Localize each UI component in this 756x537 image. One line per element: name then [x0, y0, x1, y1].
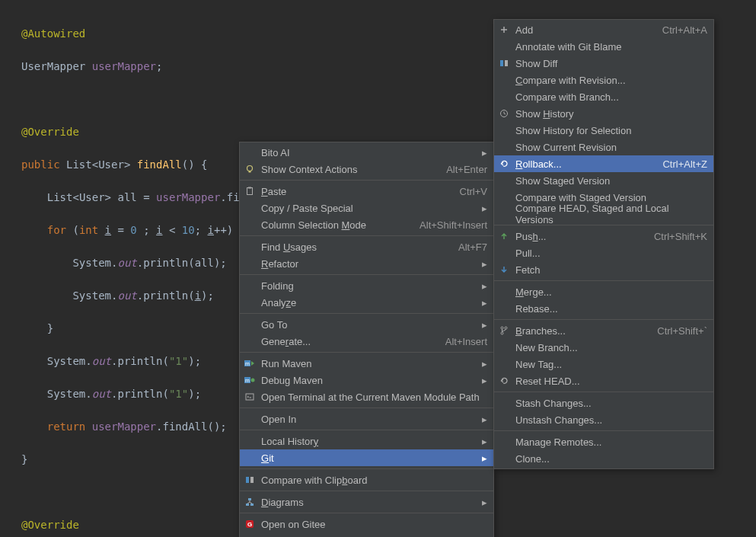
reset-icon: [497, 375, 511, 387]
refactor-item[interactable]: Refactor▸: [240, 255, 493, 272]
folding-item[interactable]: Folding▸: [240, 277, 493, 294]
rebase-item[interactable]: Rebase...: [494, 300, 713, 317]
compare-head-item[interactable]: Compare HEAD, Staged and Local Versions: [494, 206, 713, 222]
compare-branch-item[interactable]: Compare with Branch...: [494, 88, 713, 105]
context-actions-item[interactable]: Show Context ActionsAlt+Enter: [240, 161, 493, 177]
svg-rect-11: [250, 477, 254, 483]
clone-item[interactable]: Clone...: [494, 450, 713, 467]
svg-point-8: [251, 379, 255, 382]
chevron-right-icon: ▸: [482, 358, 487, 369]
context-menu: Bito AI▸ Show Context ActionsAlt+Enter P…: [239, 142, 494, 537]
show-current-revision-item[interactable]: Show Current Revision: [494, 139, 713, 155]
copy-paste-special-item[interactable]: Copy / Paste Special▸: [240, 200, 493, 216]
manage-remotes-item[interactable]: Manage Remotes...: [494, 433, 713, 450]
analyze-item[interactable]: Analyze▸: [240, 294, 493, 311]
show-history-item[interactable]: Show History: [494, 105, 713, 122]
svg-rect-13: [246, 503, 249, 506]
svg-point-24: [505, 327, 507, 329]
local-history-item[interactable]: Local History▸: [240, 433, 493, 449]
clock-icon: [497, 107, 511, 120]
create-gist-gitee-item[interactable]: GCreate Gist...: [240, 532, 493, 537]
paste-item[interactable]: PasteCtrl+V: [240, 183, 493, 200]
column-selection-item[interactable]: Column Selection ModeAlt+Shift+Insert: [240, 216, 493, 233]
push-item[interactable]: Push...Ctrl+Shift+K: [494, 228, 713, 245]
branch-icon: [497, 324, 511, 337]
chevron-right-icon: ▸: [482, 258, 487, 270]
svg-rect-2: [247, 188, 253, 195]
svg-rect-20: [500, 60, 503, 66]
merge-item[interactable]: Merge...: [494, 283, 713, 300]
git-item[interactable]: Git▸: [240, 449, 493, 466]
bulb-icon: [243, 163, 257, 175]
chevron-right-icon: ▸: [482, 147, 487, 158]
terminal-icon: [243, 391, 257, 403]
fetch-item[interactable]: Fetch: [494, 261, 713, 278]
reset-head-item[interactable]: Reset HEAD...: [494, 372, 713, 389]
svg-point-25: [501, 332, 503, 334]
new-tag-item[interactable]: New Tag...: [494, 356, 713, 372]
compare-clipboard-item[interactable]: Compare with Clipboard: [240, 471, 493, 488]
chevron-right-icon: ▸: [482, 319, 487, 331]
rollback-icon: [497, 158, 511, 170]
annotation: @Autowired: [21, 27, 85, 40]
svg-text:G: G: [247, 521, 252, 528]
open-in-item[interactable]: Open In▸: [240, 411, 493, 427]
plus-icon: [497, 24, 511, 36]
open-terminal-item[interactable]: Open Terminal at the Current Maven Modul…: [240, 388, 493, 405]
svg-rect-12: [248, 498, 251, 500]
open-gitee-item[interactable]: GOpen on Gitee: [240, 516, 493, 532]
annotate-item[interactable]: Annotate with Git Blame: [494, 38, 713, 55]
diagrams-item[interactable]: Diagrams▸: [240, 494, 493, 510]
svg-rect-9: [246, 394, 254, 400]
show-staged-item[interactable]: Show Staged Version: [494, 172, 713, 189]
chevron-right-icon: ▸: [482, 436, 487, 447]
bito-ai-item[interactable]: Bito AI▸: [240, 144, 493, 161]
chevron-right-icon: ▸: [482, 280, 487, 292]
chevron-right-icon: ▸: [482, 452, 487, 464]
show-history-selection-item[interactable]: Show History for Selection: [494, 122, 713, 139]
chevron-right-icon: ▸: [482, 203, 487, 214]
gitee-icon: G: [243, 518, 257, 530]
debug-maven-item[interactable]: mDebug Maven▸: [240, 372, 493, 388]
maven-run-icon: m: [243, 357, 257, 369]
git-submenu: AddCtrl+Alt+A Annotate with Git Blame Sh…: [493, 19, 714, 469]
svg-rect-3: [248, 187, 251, 189]
chevron-right-icon: ▸: [482, 497, 487, 508]
svg-text:m: m: [245, 378, 250, 383]
chevron-right-icon: ▸: [482, 414, 487, 425]
svg-text:m: m: [245, 361, 250, 366]
generate-item[interactable]: Generate...Alt+Insert: [240, 333, 493, 350]
new-branch-item[interactable]: New Branch...: [494, 339, 713, 356]
diagram-icon: [243, 496, 257, 508]
chevron-right-icon: ▸: [482, 297, 487, 308]
unstash-item[interactable]: Unstash Changes...: [494, 411, 713, 428]
svg-point-0: [247, 166, 253, 171]
chevron-right-icon: ▸: [482, 375, 487, 386]
svg-point-23: [501, 327, 503, 329]
pull-item[interactable]: Pull...: [494, 245, 713, 261]
svg-rect-14: [250, 503, 254, 506]
stash-item[interactable]: Stash Changes...: [494, 395, 713, 411]
add-item[interactable]: AddCtrl+Alt+A: [494, 21, 713, 38]
push-icon: [497, 230, 511, 242]
goto-item[interactable]: Go To▸: [240, 316, 493, 333]
diff-icon: [497, 57, 511, 69]
svg-rect-21: [505, 60, 508, 66]
find-usages-item[interactable]: Find UsagesAlt+F7: [240, 238, 493, 255]
diff-icon: [243, 474, 257, 486]
svg-rect-1: [249, 171, 251, 173]
maven-debug-icon: m: [243, 374, 257, 386]
rollback-item[interactable]: Rollback...Ctrl+Alt+Z: [494, 155, 713, 172]
fetch-icon: [497, 264, 511, 276]
show-diff-item[interactable]: Show Diff: [494, 55, 713, 72]
branches-item[interactable]: Branches...Ctrl+Shift+`: [494, 322, 713, 339]
run-maven-item[interactable]: mRun Maven▸: [240, 355, 493, 372]
svg-rect-10: [246, 477, 249, 483]
clipboard-icon: [243, 185, 257, 197]
compare-revision-item[interactable]: Compare with Revision...: [494, 72, 713, 88]
